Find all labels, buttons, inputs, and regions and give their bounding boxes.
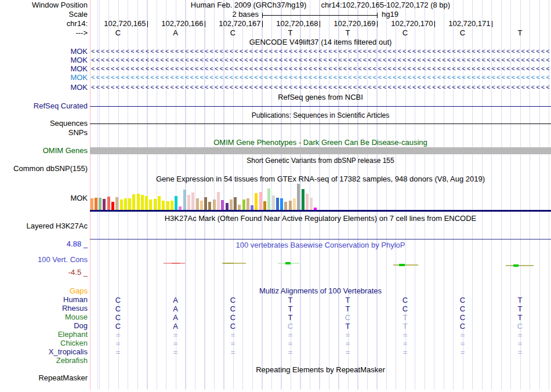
gencode-item-label[interactable]: MOK xyxy=(0,74,88,82)
gtex-bar[interactable] xyxy=(217,192,220,210)
gtex-bar[interactable] xyxy=(175,196,177,210)
gtex-bar[interactable] xyxy=(200,201,203,210)
multiz-species-label[interactable]: Chicken xyxy=(0,339,88,347)
gtex-bar[interactable] xyxy=(115,197,118,210)
gtex-bar[interactable] xyxy=(251,205,253,210)
gtex-bar[interactable] xyxy=(272,195,275,210)
multiz-species-label[interactable]: Zebrafish xyxy=(0,357,88,365)
multiz-species-label[interactable]: Rhesus xyxy=(0,304,88,313)
gtex-bar[interactable] xyxy=(293,198,296,210)
gtex-bar[interactable] xyxy=(310,198,313,210)
gtex-bar[interactable] xyxy=(149,199,152,210)
phylop-min-label: -4.5 _ xyxy=(0,268,88,277)
gtex-bar[interactable] xyxy=(213,199,216,210)
multiz-species-label[interactable]: Mouse xyxy=(0,313,88,321)
gtex-bar[interactable] xyxy=(132,194,135,210)
gtex-bar[interactable] xyxy=(171,201,173,210)
gtex-bar[interactable] xyxy=(191,193,194,210)
gtex-bar[interactable] xyxy=(267,188,270,210)
phylop-label[interactable]: 100 Vert. Cons xyxy=(0,256,88,264)
gtex-bar[interactable] xyxy=(276,198,279,210)
common-dbsnp-label[interactable]: Common dbSNP(155) xyxy=(0,165,88,173)
gencode-item-label[interactable]: MOK xyxy=(0,84,88,92)
multiz-species-label[interactable]: X_tropicalis xyxy=(0,348,88,356)
gtex-bar[interactable] xyxy=(154,199,157,210)
h3k27ac-label[interactable]: Layered H3K27Ac xyxy=(0,222,88,230)
refseq-gene-line[interactable] xyxy=(90,106,551,107)
multiz-base: T xyxy=(346,304,350,313)
gtex-bar[interactable] xyxy=(90,198,93,210)
gtex-bar[interactable] xyxy=(208,202,211,210)
gtex-bar[interactable] xyxy=(259,192,262,210)
gtex-bar[interactable] xyxy=(306,194,309,210)
multiz-species-label[interactable]: Gaps xyxy=(0,287,88,295)
multiz-species-label[interactable]: Human xyxy=(0,296,88,304)
gtex-bar[interactable] xyxy=(234,197,237,210)
gencode-gene-item[interactable]: <<<<<<<<<<<<<<<<<<<<<<<<<<<<<<<<<<<<<<<<… xyxy=(91,84,550,91)
base-letter: T xyxy=(518,29,523,37)
multiz-base: = xyxy=(518,348,523,357)
gtex-bar[interactable] xyxy=(263,201,266,210)
gtex-bar[interactable] xyxy=(196,198,199,210)
gtex-bar[interactable] xyxy=(107,197,110,210)
gtex-bar[interactable] xyxy=(162,201,165,210)
window-position-label[interactable]: Window Position xyxy=(0,1,88,9)
gencode-gene-item[interactable]: <<<<<<<<<<<<<<<<<<<<<<<<<<<<<<<<<<<<<<<<… xyxy=(91,56,550,64)
repeatmasker-label[interactable]: RepeatMasker xyxy=(0,374,88,382)
multiz-species-label[interactable]: Elephant xyxy=(0,331,88,339)
chrom-label[interactable]: chr14: xyxy=(0,20,88,28)
refseq-curated-label[interactable]: RefSeq Curated xyxy=(0,102,88,110)
gtex-bar[interactable] xyxy=(221,200,224,210)
gtex-bar[interactable] xyxy=(103,199,106,210)
sequences-label[interactable]: Sequences xyxy=(0,119,88,128)
direction-label[interactable]: ---> xyxy=(0,29,88,37)
multiz-base: C xyxy=(230,296,235,304)
multiz-base: = xyxy=(403,331,408,339)
gtex-bar[interactable] xyxy=(120,199,123,210)
multiz-base: = xyxy=(231,331,235,339)
gtex-bar[interactable] xyxy=(226,203,229,210)
gtex-bar[interactable] xyxy=(204,197,207,210)
gtex-gene-label[interactable]: MOK xyxy=(0,194,88,202)
gencode-gene-item[interactable]: <<<<<<<<<<<<<<<<<<<<<<<<<<<<<<<<<<<<<<<<… xyxy=(91,65,550,72)
gtex-bar[interactable] xyxy=(302,189,304,210)
gtex-bar[interactable] xyxy=(230,199,233,210)
multiz-base: = xyxy=(116,348,121,357)
gtex-bar[interactable] xyxy=(145,196,148,210)
multiz-base: = xyxy=(288,339,293,348)
gtex-bar[interactable] xyxy=(289,201,292,210)
gtex-bar[interactable] xyxy=(128,198,131,210)
gtex-bar[interactable] xyxy=(284,202,287,210)
multiz-base: = xyxy=(231,348,235,357)
repeatmasker-title: Repeating Elements by RepeatMasker xyxy=(90,366,551,374)
gencode-gene-item[interactable]: <<<<<<<<<<<<<<<<<<<<<<<<<<<<<<<<<<<<<<<<… xyxy=(91,48,550,55)
gtex-bar[interactable] xyxy=(242,199,245,210)
omim-genes-label[interactable]: OMIM Genes xyxy=(0,147,88,155)
gtex-bar[interactable] xyxy=(255,193,258,210)
gtex-bar[interactable] xyxy=(166,201,169,210)
gencode-item-label[interactable]: MOK xyxy=(0,48,88,56)
gtex-bar[interactable] xyxy=(141,195,144,210)
gtex-bar[interactable] xyxy=(280,198,283,210)
snps-label[interactable]: SNPs xyxy=(0,129,88,137)
gtex-bar[interactable] xyxy=(111,202,114,210)
gencode-item-label[interactable]: MOK xyxy=(0,56,88,64)
gtex-bar[interactable] xyxy=(124,198,127,210)
gtex-bar[interactable] xyxy=(297,184,300,210)
gencode-gene-item[interactable]: <<<<<<<<<<<<<<<<<<<<<<<<<<<<<<<<<<<<<<<<… xyxy=(91,74,550,81)
gtex-bar[interactable] xyxy=(238,205,241,210)
multiz-base: C xyxy=(230,313,235,322)
multiz-base: C xyxy=(403,304,408,313)
gtex-bar[interactable] xyxy=(99,198,102,210)
sequences-item-line[interactable] xyxy=(90,124,551,124)
gtex-bar[interactable] xyxy=(183,190,186,210)
gtex-bar[interactable] xyxy=(137,194,140,210)
gencode-item-label[interactable]: MOK xyxy=(0,65,88,73)
gtex-bar[interactable] xyxy=(95,198,97,210)
scale-label[interactable]: Scale xyxy=(0,10,88,19)
gtex-bar[interactable] xyxy=(158,196,161,210)
gtex-bar[interactable] xyxy=(187,195,190,210)
multiz-species-label[interactable]: Dog xyxy=(0,322,88,330)
gtex-bar[interactable] xyxy=(246,198,249,210)
omim-gene-bar[interactable] xyxy=(90,147,551,154)
